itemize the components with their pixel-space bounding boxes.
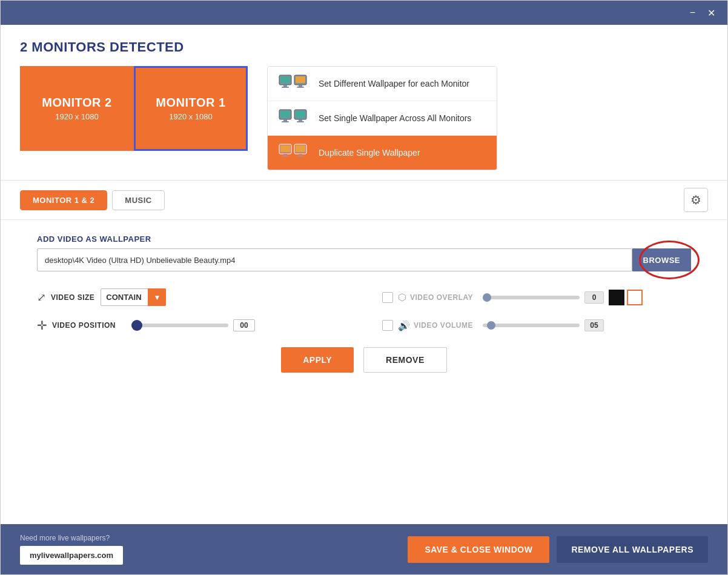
video-overlay-group: ⬡ VIDEO OVERLAY 0 [382, 290, 691, 305]
action-row: APPLY REMOVE [37, 347, 691, 373]
svg-rect-3 [282, 87, 289, 88]
resize-icon: ⤢ [37, 291, 46, 304]
option-icon-different [277, 73, 310, 95]
monitor2-box[interactable]: MONITOR 2 1920 x 1080 [20, 66, 134, 151]
monitor1-box[interactable]: MONITOR 1 1920 x 1080 [134, 66, 248, 151]
video-overlay-checkbox[interactable] [382, 292, 393, 303]
different-wallpaper-icon [279, 74, 309, 93]
svg-rect-22 [299, 154, 302, 156]
volume-slider[interactable] [483, 324, 580, 327]
options-panel: Set Different Wallpaper for each Monitor [267, 66, 497, 170]
position-value: 00 [233, 319, 255, 331]
video-size-label: VIDEO SIZE [51, 293, 94, 302]
remove-all-button[interactable]: REMOVE ALL WALLPAPERS [557, 536, 708, 563]
speaker-icon: 🔊 [398, 320, 410, 331]
tabs-left: MONITOR 1 & 2 MUSIC [20, 190, 165, 210]
position-slider[interactable] [131, 324, 228, 327]
svg-rect-1 [280, 76, 290, 83]
video-position-row: ✛ VIDEO POSITION 00 🔊 VIDEO VOLUME 05 [37, 318, 691, 333]
option-icon-single [277, 107, 310, 129]
video-volume-checkbox[interactable] [382, 320, 393, 331]
color-black-button[interactable] [609, 290, 624, 305]
overlay-slider[interactable] [483, 296, 580, 299]
svg-rect-14 [299, 119, 302, 121]
footer-right: SAVE & CLOSE WINDOW REMOVE ALL WALLPAPER… [408, 536, 708, 563]
option-duplicate-wallpaper[interactable]: Duplicate Single Wallpaper [268, 136, 497, 170]
option-text-duplicate: Duplicate Single Wallpaper [319, 148, 420, 158]
option-text-single: Set Single Wallpaper Across All Monitors [319, 113, 471, 123]
svg-rect-15 [297, 121, 304, 122]
tab-music[interactable]: MUSIC [112, 190, 164, 210]
video-position-label: VIDEO POSITION [52, 321, 116, 330]
move-icon: ✛ [37, 318, 47, 333]
footer-link[interactable]: mylivewallpapers.com [20, 546, 123, 565]
tabs-row: MONITOR 1 & 2 MUSIC ⚙ [1, 181, 727, 220]
overlay-slider-group: 0 [478, 290, 643, 305]
layers-icon: ⬡ [398, 291, 406, 303]
option-icon-duplicate [277, 142, 310, 164]
remove-button[interactable]: REMOVE [363, 347, 447, 373]
video-position-group: ✛ VIDEO POSITION 00 [37, 318, 346, 333]
monitor1-label: MONITOR 1 [156, 96, 225, 110]
option-text-different: Set Different Wallpaper for each Monitor [319, 79, 469, 88]
monitor2-resolution: 1920 x 1080 [55, 112, 99, 121]
monitors-group: MONITOR 2 1920 x 1080 MONITOR 1 1920 x 1… [20, 66, 248, 151]
footer-left: Need more live wallpapers? mylivewallpap… [20, 534, 123, 565]
browse-row: BROWSE [37, 248, 691, 271]
volume-slider-group: 05 [478, 319, 604, 331]
add-video-label: ADD VIDEO AS WALLPAPER [37, 234, 691, 244]
content-area: ADD VIDEO AS WALLPAPER BROWSE ⤢ VIDEO SI… [1, 220, 727, 524]
apply-button[interactable]: APPLY [281, 347, 354, 373]
footer: Need more live wallpapers? mylivewallpap… [1, 524, 727, 574]
svg-rect-9 [280, 111, 290, 118]
monitor2-label: MONITOR 2 [42, 96, 111, 110]
svg-rect-6 [299, 85, 302, 87]
title-bar: − ✕ [1, 1, 727, 25]
svg-rect-7 [297, 87, 304, 88]
video-volume-label: VIDEO VOLUME [414, 321, 473, 330]
svg-rect-11 [282, 121, 289, 122]
monitor1-resolution: 1920 x 1080 [169, 112, 213, 121]
video-volume-group: 🔊 VIDEO VOLUME 05 [382, 319, 691, 331]
monitors-title: 2 MONITORS DETECTED [20, 39, 708, 55]
main-window: − ✕ 2 MONITORS DETECTED MONITOR 2 1920 x… [0, 0, 728, 575]
svg-rect-17 [280, 145, 290, 152]
video-size-group: ⤢ VIDEO SIZE CONTAIN COVER STRETCH FILL … [37, 288, 346, 306]
top-section: 2 MONITORS DETECTED MONITOR 2 1920 x 108… [1, 25, 727, 180]
settings-button[interactable]: ⚙ [684, 188, 708, 212]
svg-rect-18 [283, 154, 287, 156]
tab-monitor[interactable]: MONITOR 1 & 2 [20, 190, 107, 210]
color-orange-button[interactable] [627, 290, 643, 305]
volume-value: 05 [584, 319, 604, 331]
video-size-row: ⤢ VIDEO SIZE CONTAIN COVER STRETCH FILL … [37, 288, 691, 306]
save-close-button[interactable]: SAVE & CLOSE WINDOW [408, 536, 549, 563]
svg-rect-13 [296, 111, 305, 118]
monitors-row: MONITOR 2 1920 x 1080 MONITOR 1 1920 x 1… [20, 66, 708, 170]
svg-rect-19 [282, 156, 289, 157]
footer-need-text: Need more live wallpapers? [20, 534, 123, 542]
position-slider-group: 00 [127, 319, 255, 331]
file-path-input[interactable] [37, 248, 632, 271]
option-different-wallpaper[interactable]: Set Different Wallpaper for each Monitor [268, 67, 497, 101]
svg-rect-2 [283, 85, 287, 87]
gear-icon: ⚙ [690, 193, 701, 207]
browse-button[interactable]: BROWSE [632, 248, 692, 271]
svg-rect-23 [297, 156, 304, 157]
video-size-select[interactable]: CONTAIN COVER STRETCH FILL [101, 288, 166, 306]
svg-rect-10 [283, 119, 287, 121]
overlay-value: 0 [584, 291, 604, 304]
minimize-button[interactable]: − [685, 5, 700, 21]
svg-rect-5 [296, 76, 305, 83]
video-size-select-wrapper: CONTAIN COVER STRETCH FILL ▼ [101, 288, 166, 306]
video-overlay-label: VIDEO OVERLAY [410, 293, 473, 302]
duplicate-wallpaper-icon [279, 143, 309, 162]
svg-rect-21 [296, 145, 305, 152]
option-single-wallpaper[interactable]: Set Single Wallpaper Across All Monitors [268, 101, 497, 136]
main-content: 2 MONITORS DETECTED MONITOR 2 1920 x 108… [1, 25, 727, 524]
single-wallpaper-icon [279, 108, 309, 128]
close-button[interactable]: ✕ [703, 5, 720, 21]
